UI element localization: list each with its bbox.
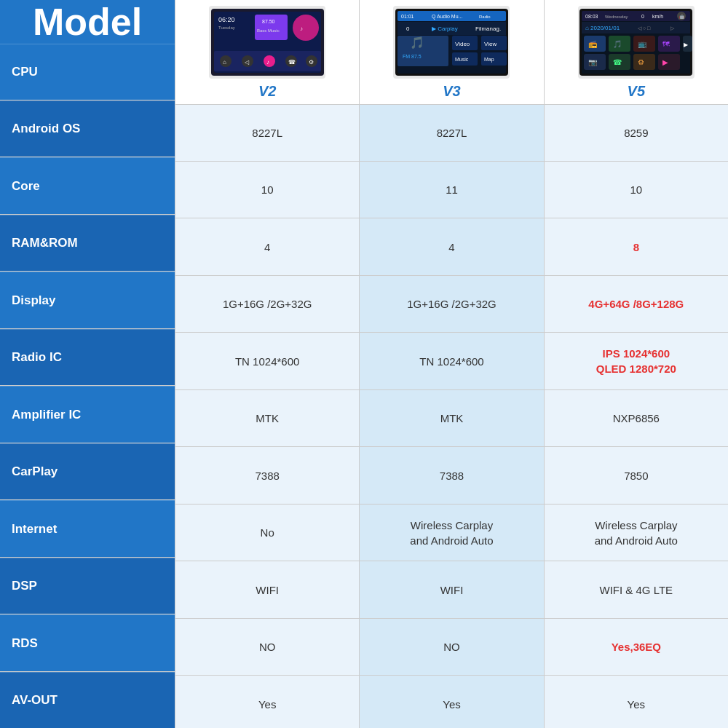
svg-rect-69: [633, 54, 655, 70]
cell-r1-c1: 11: [359, 162, 543, 218]
svg-text:🎵: 🎵: [410, 36, 424, 50]
row-label-rds: RDS: [0, 614, 175, 672]
v2-label: V2: [258, 83, 276, 100]
svg-text:♪: ♪: [266, 59, 269, 66]
cell-r4-c2: IPS 1024*600QLED 1280*720: [544, 333, 728, 389]
svg-text:⚙: ⚙: [638, 58, 644, 66]
row-data-4: TN 1024*600TN 1024*600IPS 1024*600QLED 1…: [175, 333, 728, 389]
v5-device-image: 08:03 Wednesday 0 km/h 🤖 ⌂ 2020/01/01 ◁ …: [578, 6, 695, 79]
svg-text:Video: Video: [455, 41, 470, 47]
svg-text:Filmanag.: Filmanag.: [475, 25, 501, 32]
svg-text:☎: ☎: [613, 58, 622, 66]
svg-text:km/h: km/h: [652, 14, 663, 19]
svg-point-14: [264, 55, 275, 67]
row-data-2: 448: [175, 218, 728, 275]
cell-r3-c0: 1G+16G /2G+32G: [175, 276, 359, 332]
label-text: Display: [0, 272, 175, 328]
cell-r2-c0: 4: [175, 218, 359, 275]
svg-text:Bass Music: Bass Music: [257, 28, 280, 33]
data-row-4: TN 1024*600TN 1024*600IPS 1024*600QLED 1…: [175, 333, 728, 390]
row-data-0: 8227L8227L8259: [175, 105, 728, 161]
label-text: AV-OUT: [0, 672, 175, 728]
svg-rect-71: [658, 54, 680, 70]
svg-point-7: [293, 15, 319, 41]
model-v2-header: 06:20 Tuesday 87.50 Bass Music ♪ ⌂: [175, 0, 359, 104]
cell-r9-c1: NO: [359, 619, 543, 675]
svg-text:🎵: 🎵: [613, 39, 622, 49]
label-text: Amplifier IC: [0, 386, 175, 443]
cell-r10-c2: Yes: [544, 676, 728, 728]
data-row-2: 448: [175, 218, 728, 276]
svg-text:▶ Carplay: ▶ Carplay: [432, 25, 458, 32]
svg-text:⚙: ⚙: [309, 59, 314, 66]
svg-text:08:03: 08:03: [585, 14, 598, 19]
cell-r9-c0: NO: [175, 619, 359, 675]
svg-text:◁: ◁: [245, 59, 250, 66]
row-data-8: WIFIWIFIWIFI & 4G LTE: [175, 561, 728, 618]
row-label-android-os: Android OS: [0, 100, 175, 157]
svg-text:Tuesday: Tuesday: [218, 25, 235, 30]
data-row-1: 101110: [175, 162, 728, 218]
cell-r10-c0: Yes: [175, 676, 359, 728]
cell-r4-c1: TN 1024*600: [359, 333, 543, 389]
svg-text:Q Audio Mu...: Q Audio Mu...: [432, 14, 462, 20]
label-text: CPU: [0, 44, 175, 100]
svg-text:Wednesday: Wednesday: [605, 15, 628, 19]
svg-text:📻: 📻: [588, 39, 598, 49]
cell-r8-c0: WIFI: [175, 561, 359, 618]
svg-text:📺: 📺: [638, 39, 647, 49]
svg-text:Music: Music: [455, 57, 469, 62]
svg-text:🗺: 🗺: [662, 40, 670, 48]
label-text: RDS: [0, 614, 175, 671]
cell-r8-c2: WIFI & 4G LTE: [544, 561, 728, 618]
row-labels: CPUAndroid OSCoreRAM&ROMDisplayRadio ICA…: [0, 44, 175, 728]
label-text: DSP: [0, 558, 175, 614]
cell-r9-c2: Yes,36EQ: [544, 619, 728, 675]
svg-text:Map: Map: [484, 57, 494, 63]
row-label-cpu: CPU: [0, 44, 175, 100]
data-row-0: 8227L8227L8259: [175, 105, 728, 162]
cell-r5-c1: MTK: [359, 390, 543, 446]
row-data-10: YesYesYes: [175, 676, 728, 728]
row-label-carplay: CarPlay: [0, 443, 175, 500]
row-label-display: Display: [0, 272, 175, 329]
model-header-row: 06:20 Tuesday 87.50 Bass Music ♪ ⌂: [175, 0, 728, 105]
cell-r3-c1: 1G+16G /2G+32G: [359, 276, 543, 332]
row-data-5: MTKMTKNXP6856: [175, 390, 728, 446]
svg-text:♪: ♪: [300, 25, 303, 32]
cell-r5-c0: MTK: [175, 390, 359, 446]
svg-text:📷: 📷: [588, 58, 598, 67]
row-data-3: 1G+16G /2G+32G1G+16G /2G+32G4G+64G /8G+1…: [175, 276, 728, 332]
data-row-8: WIFIWIFIWIFI & 4G LTE: [175, 561, 728, 619]
row-label-amplifier-ic: Amplifier IC: [0, 386, 175, 443]
cell-r2-c1: 4: [359, 218, 543, 275]
svg-text:Radio: Radio: [479, 15, 491, 19]
label-text: RAM&ROM: [0, 215, 175, 271]
v5-label: V5: [628, 83, 645, 100]
cell-r7-c0: No: [175, 505, 359, 561]
row-label-radio-ic: Radio IC: [0, 329, 175, 386]
cell-r10-c1: Yes: [359, 676, 543, 728]
row-data-7: NoWireless Carplayand Android AutoWirele…: [175, 505, 728, 561]
model-title-container: Model: [0, 0, 175, 44]
svg-text:0: 0: [406, 25, 410, 32]
row-label-ram-rom: RAM&ROM: [0, 215, 175, 272]
svg-text:⌂: ⌂: [223, 59, 226, 66]
comparison-table: Model CPUAndroid OSCoreRAM&ROMDisplayRad…: [0, 0, 728, 728]
cell-r6-c2: 7850: [544, 447, 728, 504]
cell-r7-c1: Wireless Carplayand Android Auto: [359, 505, 543, 561]
svg-text:06:20: 06:20: [218, 16, 235, 23]
svg-text:▶: ▶: [684, 41, 689, 48]
label-text: Radio IC: [0, 329, 175, 385]
label-text: Android OS: [0, 100, 175, 157]
v3-device-image: 01:01 Q Audio Mu... Radio 0 ▶ Carplay Fi…: [393, 6, 510, 79]
model-v3-header: 01:01 Q Audio Mu... Radio 0 ▶ Carplay Fi…: [359, 0, 543, 104]
row-label-dsp: DSP: [0, 558, 175, 614]
cell-r5-c2: NXP6856: [544, 390, 728, 446]
svg-text:FM  87.5: FM 87.5: [403, 54, 422, 59]
cell-r4-c0: TN 1024*600: [175, 333, 359, 389]
svg-text:0: 0: [641, 14, 644, 19]
data-row-10: YesYesYes: [175, 676, 728, 728]
cell-r1-c2: 10: [544, 162, 728, 218]
row-data-9: NONOYes,36EQ: [175, 619, 728, 675]
